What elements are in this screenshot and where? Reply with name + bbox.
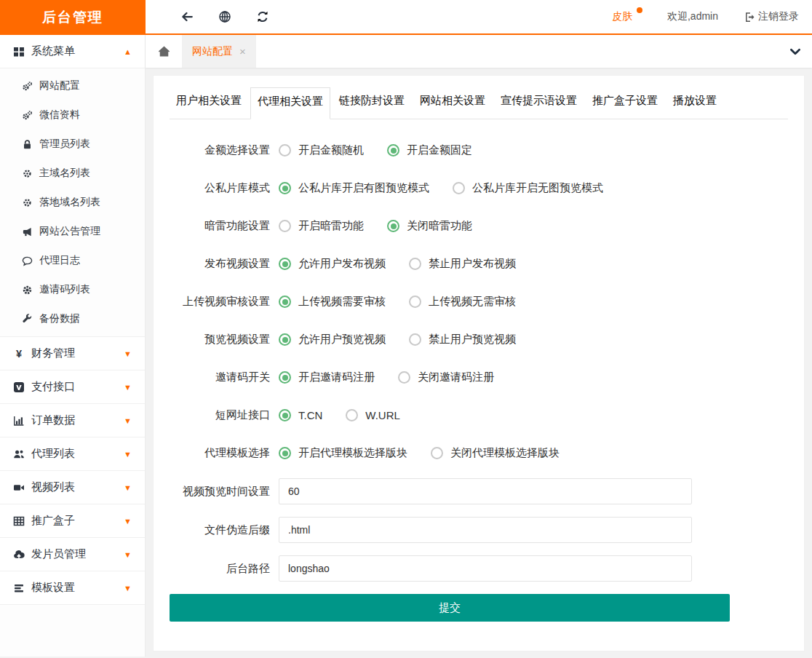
radio-option[interactable]: 禁止用户预览视频 [409, 333, 516, 346]
radio-unchecked-icon[interactable] [409, 258, 421, 270]
sidebar-item[interactable]: 邀请码列表 [0, 275, 145, 304]
sidebar-section-label: 模板设置 [31, 581, 75, 595]
form-label: 暗雷功能设置 [170, 219, 270, 233]
radio-option[interactable]: 上传视频无需审核 [409, 295, 516, 309]
radio-label: 开启金额固定 [407, 143, 472, 157]
sidebar-section-header[interactable]: 支付接口▼ [0, 370, 145, 404]
sidebar-section-header[interactable]: 订单数据▼ [0, 404, 145, 437]
settings-tab[interactable]: 网站相关设置 [413, 87, 492, 119]
sidebar-section-header[interactable]: 发片员管理▼ [0, 538, 145, 571]
radio-option[interactable]: 开启金额固定 [387, 143, 472, 157]
text-input[interactable] [279, 517, 692, 543]
radio-option[interactable]: 开启代理模板选择版块 [279, 446, 407, 460]
radio-option[interactable]: W.URL [346, 409, 400, 421]
sidebar-section-header[interactable]: 模板设置▼ [0, 571, 145, 605]
sidebar-item[interactable]: 落地域名列表 [0, 188, 145, 217]
chevron-down-icon[interactable] [789, 45, 802, 58]
settings-tab[interactable]: 代理相关设置 [250, 87, 330, 119]
radio-unchecked-icon[interactable] [398, 371, 410, 384]
radio-option[interactable]: 开启金额随机 [279, 143, 364, 157]
sidebar-section-header[interactable]: ¥财务管理▼ [0, 337, 145, 370]
radio-option[interactable]: 关闭邀请码注册 [398, 370, 494, 384]
radio-unchecked-icon[interactable] [409, 296, 421, 308]
settings-tab[interactable]: 宣传提示语设置 [494, 87, 584, 119]
sidebar-section-header[interactable]: 系统菜单▲ [0, 35, 145, 68]
radio-group: 开启邀请码注册关闭邀请码注册 [279, 370, 494, 384]
gear-icon [22, 197, 33, 208]
settings-tab[interactable]: 链接防封设置 [333, 87, 411, 119]
radio-unchecked-icon[interactable] [279, 144, 291, 156]
radio-checked-icon[interactable] [279, 258, 291, 270]
sidebar-item[interactable]: 网站公告管理 [0, 217, 145, 246]
settings-tabs: 用户相关设置代理相关设置链接防封设置网站相关设置宣传提示语设置推广盒子设置播放设… [170, 87, 788, 119]
logout-button[interactable]: 注销登录 [744, 10, 799, 23]
radio-option[interactable]: 禁止用户发布视频 [409, 257, 516, 271]
sidebar-item[interactable]: 网站配置 [0, 71, 145, 100]
form-row: 文件伪造后缀 [170, 517, 788, 543]
radio-group: T.CNW.URL [279, 409, 400, 421]
sidebar-section-label: 财务管理 [31, 346, 75, 360]
radio-unchecked-icon[interactable] [409, 333, 421, 346]
radio-group: 开启暗雷功能关闭暗雷功能 [279, 219, 472, 233]
sidebar-item[interactable]: 代理日志 [0, 246, 145, 275]
sidebar-item[interactable]: 备份数据 [0, 304, 145, 333]
radio-unchecked-icon[interactable] [431, 447, 443, 459]
radio-option[interactable]: 开启暗雷功能 [279, 219, 364, 233]
radio-option[interactable]: 允许用户发布视频 [279, 257, 386, 271]
radio-checked-icon[interactable] [387, 144, 399, 156]
radio-checked-icon[interactable] [279, 371, 291, 384]
radio-unchecked-icon[interactable] [453, 182, 465, 194]
yen-icon: ¥ [13, 348, 25, 360]
form-row: 代理模板选择开启代理模板选择版块关闭代理模板选择版块 [170, 446, 788, 460]
badge-icon [22, 285, 33, 296]
form-label: 预览视频设置 [170, 333, 270, 346]
skin-button[interactable]: 皮肤 [612, 10, 641, 23]
form-row: 短网址接口T.CNW.URL [170, 408, 788, 422]
sidebar-section-header[interactable]: 代理列表▼ [0, 437, 145, 471]
topbar: 皮肤 欢迎,admin 注销登录 [146, 0, 812, 33]
refresh-icon[interactable] [256, 10, 269, 23]
radio-unchecked-icon[interactable] [346, 409, 358, 421]
sidebar-item-label: 邀请码列表 [39, 283, 90, 296]
radio-checked-icon[interactable] [279, 296, 291, 308]
sidebar-submenu: 网站配置微信资料管理员列表主域名列表落地域名列表网站公告管理代理日志邀请码列表备… [0, 68, 145, 337]
radio-label: T.CN [298, 409, 322, 421]
radio-label: 开启邀请码注册 [298, 370, 375, 384]
radio-option[interactable]: 开启邀请码注册 [279, 370, 375, 384]
form-label: 视频预览时间设置 [170, 485, 270, 499]
text-input[interactable] [279, 478, 692, 504]
radio-option[interactable]: 关闭暗雷功能 [387, 219, 472, 233]
sidebar-section-header[interactable]: 视频列表▼ [0, 471, 145, 504]
radio-option[interactable]: T.CN [279, 409, 322, 421]
radio-unchecked-icon[interactable] [279, 220, 291, 232]
open-page-tab[interactable]: 网站配置 × [182, 35, 256, 68]
radio-option[interactable]: 允许用户预览视频 [279, 333, 386, 346]
radio-option[interactable]: 上传视频需要审核 [279, 295, 386, 309]
close-icon[interactable]: × [239, 45, 246, 58]
submit-button[interactable]: 提交 [170, 594, 730, 622]
globe-icon[interactable] [218, 10, 231, 23]
sidebar-section-label: 代理列表 [31, 447, 75, 461]
home-button[interactable] [146, 35, 182, 68]
back-icon[interactable] [180, 10, 194, 23]
radio-checked-icon[interactable] [279, 182, 291, 194]
text-input[interactable] [279, 555, 692, 582]
radio-option[interactable]: 关闭代理模板选择版块 [431, 446, 560, 460]
radio-label: 禁止用户发布视频 [429, 257, 516, 271]
radio-option[interactable]: 公私片库开启无图预览模式 [453, 181, 603, 195]
settings-form: 金额选择设置开启金额随机开启金额固定公私片库模式公私片库开启有图预览模式公私片库… [170, 143, 788, 622]
radio-option[interactable]: 公私片库开启有图预览模式 [279, 181, 429, 195]
radio-checked-icon[interactable] [279, 447, 291, 459]
settings-tab[interactable]: 推广盒子设置 [586, 87, 664, 119]
sidebar-item[interactable]: 管理员列表 [0, 130, 145, 159]
sidebar-section-header[interactable]: 推广盒子▼ [0, 504, 145, 538]
sidebar-item[interactable]: 主域名列表 [0, 159, 145, 188]
video-icon [13, 482, 25, 494]
settings-tab[interactable]: 播放设置 [666, 87, 723, 119]
settings-tab[interactable]: 用户相关设置 [170, 87, 248, 119]
radio-checked-icon[interactable] [279, 409, 291, 421]
sidebar-item[interactable]: 微信资料 [0, 100, 145, 130]
radio-checked-icon[interactable] [387, 220, 399, 232]
radio-checked-icon[interactable] [279, 333, 291, 346]
radio-label: W.URL [365, 409, 400, 421]
